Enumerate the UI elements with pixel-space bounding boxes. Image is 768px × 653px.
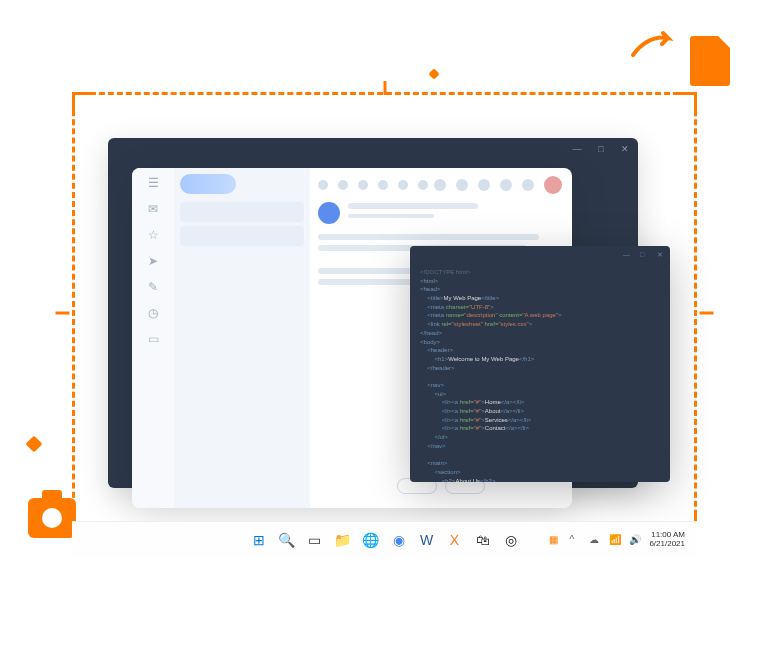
taskbar-app-chrome[interactable]: ◉ <box>390 531 408 549</box>
system-tray: ▦^☁📶🔊 11:00 AM 6/21/2021 <box>549 531 685 549</box>
taskbar-app-task-view[interactable]: ▭ <box>306 531 324 549</box>
resize-handle-t[interactable] <box>383 81 386 95</box>
taskbar-app-word[interactable]: W <box>418 531 436 549</box>
taskbar-app-search[interactable]: 🔍 <box>278 531 296 549</box>
camera-icon <box>28 498 76 538</box>
file-icon <box>690 36 730 86</box>
tray-wifi-icon[interactable]: 📶 <box>609 534 621 546</box>
taskbar-app-edge[interactable]: 🌐 <box>362 531 380 549</box>
resize-handle-r[interactable] <box>700 312 714 315</box>
taskbar-app-explorer[interactable]: 📁 <box>334 531 352 549</box>
screenshot-selection[interactable] <box>72 92 697 534</box>
resize-handle-tr[interactable] <box>675 92 697 114</box>
tray-onedrive-icon[interactable]: ☁ <box>589 534 601 546</box>
tray-volume-icon[interactable]: 🔊 <box>629 534 641 546</box>
share-arrow-icon <box>628 30 678 60</box>
taskbar-app-store[interactable]: 🛍 <box>474 531 492 549</box>
taskbar-app-start[interactable]: ⊞ <box>250 531 268 549</box>
tray-chevron-icon[interactable]: ^ <box>569 534 581 546</box>
windows-taskbar: ⊞🔍▭📁🌐◉WX🛍◎ ▦^☁📶🔊 11:00 AM 6/21/2021 <box>72 521 697 557</box>
taskbar-clock[interactable]: 11:00 AM 6/21/2021 <box>649 531 685 549</box>
taskbar-app-steam[interactable]: ◎ <box>502 531 520 549</box>
resize-handle-l[interactable] <box>56 312 70 315</box>
tray-app-tray-icon[interactable]: ▦ <box>549 534 561 546</box>
accent-dot <box>26 436 43 453</box>
taskbar-app-xampp[interactable]: X <box>446 531 464 549</box>
taskbar-apps: ⊞🔍▭📁🌐◉WX🛍◎ <box>250 531 520 549</box>
accent-dot <box>428 68 439 79</box>
date: 6/21/2021 <box>649 540 685 549</box>
resize-handle-tl[interactable] <box>72 92 94 114</box>
